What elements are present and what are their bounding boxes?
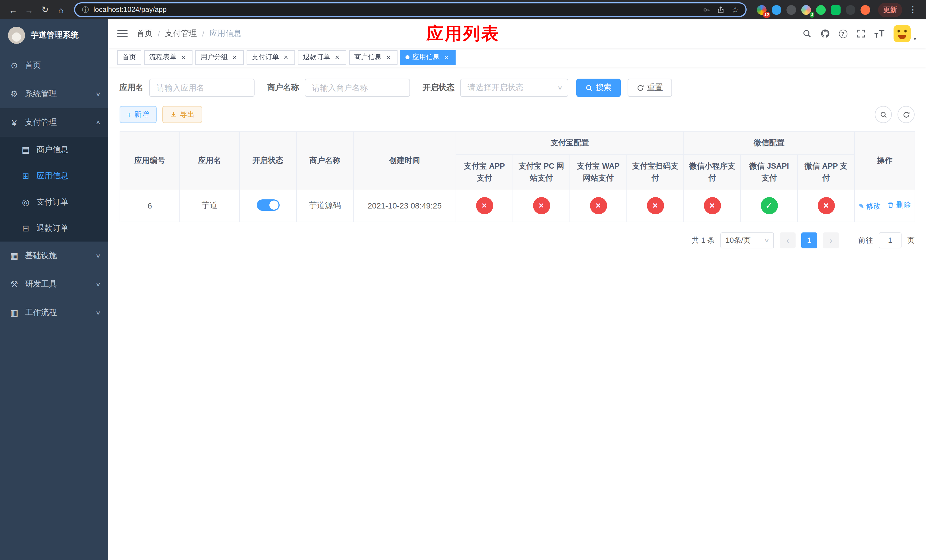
sidebar-item-pay-order[interactable]: ◎ 支付订单 bbox=[0, 189, 108, 215]
font-size-icon[interactable]: TT bbox=[875, 29, 884, 39]
sidebar-item-app-info[interactable]: ⊞ 应用信息 bbox=[0, 163, 108, 189]
avatar-caret-icon[interactable]: ▼ bbox=[913, 37, 917, 41]
close-icon[interactable]: × bbox=[333, 53, 341, 61]
sidebar-item-home[interactable]: ⊙ 首页 bbox=[0, 51, 108, 80]
active-dot-icon bbox=[406, 55, 410, 59]
browser-update-button[interactable]: 更新 bbox=[878, 3, 902, 17]
tools-icon: ⚒ bbox=[8, 279, 21, 289]
browser-forward-icon[interactable]: → bbox=[22, 2, 36, 17]
sidebar-item-refund-order[interactable]: ⊟ 退款订单 bbox=[0, 215, 108, 242]
extension-icon[interactable] bbox=[861, 5, 870, 15]
close-icon[interactable]: × bbox=[231, 53, 239, 61]
sidebar-item-merchant-info[interactable]: ▤ 商户信息 bbox=[0, 137, 108, 163]
cell-app-name: 芋道 bbox=[180, 190, 239, 222]
page-1-button[interactable]: 1 bbox=[801, 232, 817, 248]
edit-link[interactable]: ✎ 修改 bbox=[858, 201, 881, 212]
breadcrumb-separator: / bbox=[202, 29, 204, 38]
tab-pay-order[interactable]: 支付订单 × bbox=[247, 50, 295, 65]
page-size-value: 10条/页 bbox=[726, 235, 750, 245]
plus-icon: + bbox=[127, 110, 131, 119]
tab-merchant-info[interactable]: 商户信息 × bbox=[349, 50, 398, 65]
close-icon[interactable]: × bbox=[442, 53, 451, 61]
tab-process-form[interactable]: 流程表单 × bbox=[144, 50, 192, 65]
sidebar-item-label: 应用信息 bbox=[36, 171, 100, 181]
merchant-name-input[interactable] bbox=[305, 79, 410, 97]
goto-page-input[interactable] bbox=[879, 232, 902, 248]
cell-enabled bbox=[239, 190, 297, 222]
export-button[interactable]: 导出 bbox=[162, 106, 202, 123]
fullscreen-icon[interactable] bbox=[856, 29, 865, 38]
sidebar-item-infrastructure[interactable]: ▦ 基础设施 ∨ bbox=[0, 242, 108, 270]
col-header-alipay-wap: 支付宝 WAP 网站支付 bbox=[570, 155, 627, 190]
tab-label: 用户分组 bbox=[200, 52, 228, 62]
app-logo[interactable]: 芋道管理系统 bbox=[0, 20, 108, 51]
sidebar-item-workflow[interactable]: ▥ 工作流程 ∨ bbox=[0, 298, 108, 327]
search-icon[interactable] bbox=[802, 29, 811, 38]
pagination: 共 1 条 10条/页 ∨ ‹ 1 › 前往 页 bbox=[120, 232, 915, 248]
page-size-select[interactable]: 10条/页 ∨ bbox=[720, 232, 774, 248]
hamburger-menu-icon[interactable] bbox=[117, 30, 127, 37]
alipay-app-status-icon: × bbox=[476, 197, 493, 215]
reset-button[interactable]: 重置 bbox=[628, 79, 672, 97]
main-area: 首页 / 支付管理 / 应用信息 应用列表 ? bbox=[108, 20, 926, 560]
sidebar-item-system[interactable]: ⚙ 系统管理 ∨ bbox=[0, 80, 108, 108]
delete-link[interactable]: 删除 bbox=[888, 200, 911, 210]
toggle-search-button[interactable] bbox=[875, 106, 892, 123]
password-key-icon[interactable] bbox=[703, 6, 710, 14]
sidebar-item-payment[interactable]: ¥ 支付管理 ∧ bbox=[0, 108, 108, 137]
goto-label: 前往 bbox=[858, 235, 873, 245]
app-name-input[interactable] bbox=[149, 79, 254, 97]
breadcrumb-home[interactable]: 首页 bbox=[137, 29, 153, 39]
sidebar-item-devtools[interactable]: ⚒ 研发工具 ∨ bbox=[0, 270, 108, 298]
status-select[interactable]: 请选择开启状态 ∨ bbox=[460, 79, 568, 97]
cell-create-time: 2021-10-23 08:49:25 bbox=[353, 190, 456, 222]
app-table: 应用编号 应用名 开启状态 商户名称 创建时间 支付宝配置 微信配置 操作 支付… bbox=[120, 131, 915, 222]
close-icon[interactable]: × bbox=[384, 53, 392, 61]
browser-menu-dots-icon[interactable]: ⋮ bbox=[905, 2, 920, 17]
help-icon[interactable]: ? bbox=[838, 29, 847, 38]
close-icon[interactable]: × bbox=[179, 53, 188, 61]
filter-form: 应用名 商户名称 开启状态 请选择开启状态 ∨ 搜索 重置 bbox=[120, 79, 915, 97]
tab-user-group[interactable]: 用户分组 × bbox=[195, 50, 244, 65]
edit-icon: ✎ bbox=[858, 203, 864, 210]
extension-icon[interactable] bbox=[787, 5, 796, 15]
extension-icon[interactable]: 10 bbox=[757, 5, 767, 15]
select-placeholder: 请选择开启状态 bbox=[468, 83, 524, 93]
tab-refund-order[interactable]: 退款订单 × bbox=[298, 50, 346, 65]
share-icon[interactable] bbox=[717, 6, 725, 14]
avatar[interactable] bbox=[894, 25, 911, 42]
col-header-alipay-app: 支付宝 APP 支付 bbox=[456, 155, 513, 190]
add-button[interactable]: + 新增 bbox=[120, 106, 156, 123]
toolbar-right bbox=[875, 106, 915, 123]
next-page-button[interactable]: › bbox=[823, 232, 839, 248]
browser-reload-icon[interactable]: ↻ bbox=[38, 2, 52, 17]
extension-icon[interactable] bbox=[846, 5, 855, 15]
prev-page-button[interactable]: ‹ bbox=[780, 232, 796, 248]
extensions-area: 10 1 bbox=[757, 5, 870, 15]
breadcrumb-payment[interactable]: 支付管理 bbox=[165, 29, 197, 39]
address-bar[interactable]: ⓘ localhost:1024/pay/app ☆ bbox=[74, 2, 747, 17]
col-header-enabled: 开启状态 bbox=[239, 131, 297, 190]
extension-icon[interactable] bbox=[772, 5, 781, 15]
browser-back-icon[interactable]: ← bbox=[6, 2, 21, 17]
search-button[interactable]: 搜索 bbox=[576, 79, 621, 97]
close-icon[interactable]: × bbox=[282, 53, 290, 61]
bookmark-star-icon[interactable]: ☆ bbox=[731, 5, 738, 14]
alipay-qr-status-icon: × bbox=[647, 197, 664, 215]
github-icon[interactable] bbox=[820, 29, 829, 38]
refresh-button[interactable] bbox=[897, 106, 915, 123]
col-header-wechat-jsapi: 微信 JSAPI 支付 bbox=[741, 155, 797, 190]
group-header-wechat: 微信配置 bbox=[684, 131, 855, 155]
extension-icon[interactable]: 1 bbox=[801, 5, 811, 15]
tab-home[interactable]: 首页 bbox=[117, 50, 141, 65]
app-shell: 芋道管理系统 ⊙ 首页 ⚙ 系统管理 ∨ ¥ 支付管理 ∧ bbox=[0, 20, 926, 560]
navbar-actions: ? TT ▼ bbox=[802, 25, 917, 42]
extension-icon[interactable] bbox=[831, 5, 841, 15]
tab-app-info[interactable]: 应用信息 × bbox=[400, 50, 455, 65]
browser-home-icon[interactable]: ⌂ bbox=[53, 2, 68, 17]
page-info-icon[interactable]: ⓘ bbox=[82, 5, 89, 15]
extension-icon[interactable] bbox=[816, 5, 826, 15]
extension-badge: 1 bbox=[810, 12, 814, 17]
enabled-toggle[interactable] bbox=[257, 200, 279, 211]
wechat-jsapi-status-icon: ✓ bbox=[761, 197, 778, 215]
